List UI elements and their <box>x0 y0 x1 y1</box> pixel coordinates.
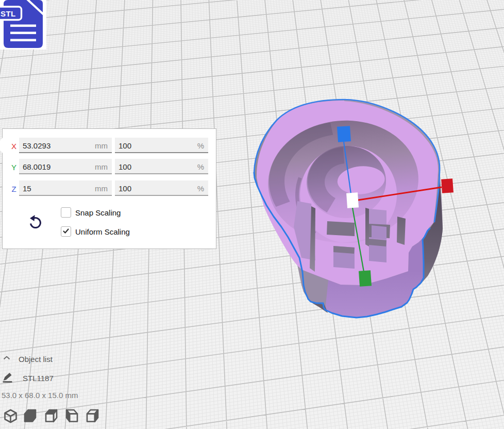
svg-text:STL: STL <box>1 9 16 18</box>
